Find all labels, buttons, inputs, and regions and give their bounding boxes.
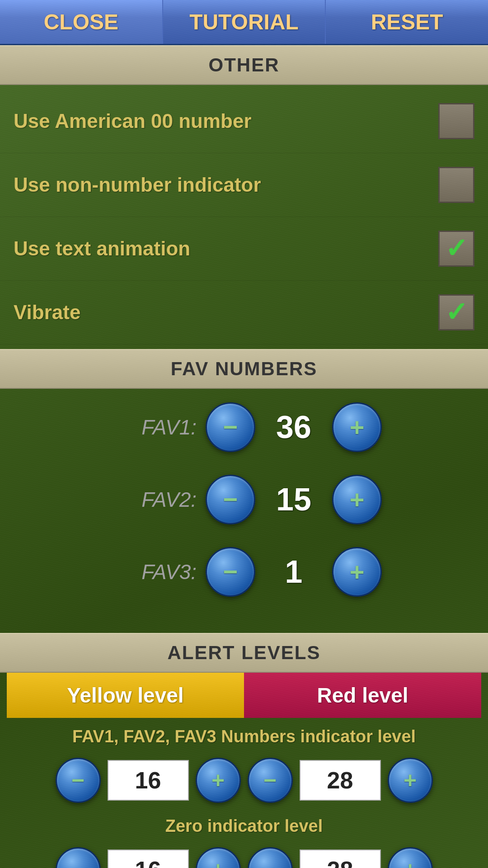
- fav1-plus-button[interactable]: +: [332, 402, 382, 452]
- zero-yellow-minus-icon: −: [71, 859, 84, 868]
- fav1-value: 36: [264, 409, 323, 445]
- fav2-label: FAV2:: [106, 487, 197, 512]
- red-value-input[interactable]: [300, 760, 381, 801]
- red-minus-icon: −: [263, 769, 277, 792]
- fav2-minus-icon: −: [223, 487, 238, 512]
- red-plus-icon: +: [404, 769, 417, 792]
- alert-section: Yellow level Red level FAV1, FAV2, FAV3 …: [0, 673, 488, 868]
- zero-red-plus-button[interactable]: +: [388, 847, 433, 868]
- setting-row-nonnumber: Use non-number indicator: [0, 153, 488, 217]
- checkmark-textanimation: ✓: [445, 235, 468, 262]
- fav1-label: FAV1:: [106, 415, 197, 439]
- yellow-minus-button[interactable]: −: [56, 758, 101, 803]
- checkmark-vibrate: ✓: [445, 299, 468, 326]
- fav3-plus-icon: +: [350, 559, 365, 585]
- setting-label-vibrate: Vibrate: [14, 301, 80, 324]
- zero-alert-controls: − + − +: [7, 847, 481, 868]
- alert-bar: Yellow level Red level: [7, 673, 481, 718]
- reset-button[interactable]: RESET: [326, 0, 488, 44]
- settings-area: Use American 00 number Use non-number in…: [0, 85, 488, 349]
- checkbox-vibrate[interactable]: ✓: [438, 294, 474, 330]
- yellow-plus-icon: +: [211, 769, 225, 792]
- fav3-minus-button[interactable]: −: [206, 547, 255, 597]
- red-level-indicator: Red level: [244, 673, 481, 718]
- zero-red-minus-button[interactable]: −: [248, 847, 293, 868]
- fav2-row: FAV2: − 15 +: [9, 475, 479, 524]
- yellow-minus-icon: −: [71, 769, 84, 792]
- setting-label-nonnumber: Use non-number indicator: [14, 174, 261, 196]
- fav3-minus-icon: −: [223, 559, 238, 585]
- fav-indicator-description: FAV1, FAV2, FAV3 Numbers indicator level: [7, 727, 481, 746]
- fav-section: FAV1: − 36 + FAV2: − 15 + FAV3: − 1 +: [0, 389, 488, 633]
- zero-yellow-plus-icon: +: [211, 859, 225, 868]
- fav3-value: 1: [264, 554, 323, 590]
- fav3-row: FAV3: − 1 +: [9, 547, 479, 597]
- zero-yellow-value-input[interactable]: [108, 849, 189, 868]
- red-minus-button[interactable]: −: [248, 758, 293, 803]
- fav2-minus-button[interactable]: −: [206, 475, 255, 524]
- setting-row-textanimation: Use text animation ✓: [0, 217, 488, 281]
- checkbox-textanimation[interactable]: ✓: [438, 231, 474, 267]
- fav3-label: FAV3:: [106, 560, 197, 584]
- fav2-plus-icon: +: [350, 487, 365, 512]
- fav2-plus-button[interactable]: +: [332, 475, 382, 524]
- setting-label-textanimation: Use text animation: [14, 237, 190, 260]
- setting-row-american00: Use American 00 number: [0, 90, 488, 153]
- yellow-plus-button[interactable]: +: [196, 758, 241, 803]
- close-button[interactable]: CLOSE: [0, 0, 163, 44]
- fav1-minus-button[interactable]: −: [206, 402, 255, 452]
- other-section-header: OTHER: [0, 45, 488, 85]
- fav1-minus-icon: −: [223, 415, 238, 440]
- setting-row-vibrate: Vibrate ✓: [0, 281, 488, 344]
- checkbox-american00[interactable]: [438, 103, 474, 139]
- zero-red-minus-icon: −: [263, 859, 277, 868]
- fav1-plus-icon: +: [350, 415, 365, 440]
- fav-alert-controls: − + − +: [7, 758, 481, 803]
- fav3-plus-button[interactable]: +: [332, 547, 382, 597]
- zero-indicator-label: Zero indicator level: [7, 816, 481, 836]
- zero-yellow-plus-button[interactable]: +: [196, 847, 241, 868]
- zero-yellow-minus-button[interactable]: −: [56, 847, 101, 868]
- fav2-value: 15: [264, 481, 323, 518]
- red-plus-button[interactable]: +: [388, 758, 433, 803]
- zero-red-plus-icon: +: [404, 859, 417, 868]
- fav1-row: FAV1: − 36 +: [9, 402, 479, 452]
- fav-section-header: FAV NUMBERS: [0, 349, 488, 389]
- tutorial-button[interactable]: TUTORIAL: [163, 0, 326, 44]
- toolbar: CLOSE TUTORIAL RESET: [0, 0, 488, 45]
- setting-label-american00: Use American 00 number: [14, 110, 252, 132]
- zero-red-value-input[interactable]: [300, 849, 381, 868]
- yellow-value-input[interactable]: [108, 760, 189, 801]
- checkbox-nonnumber[interactable]: [438, 167, 474, 203]
- yellow-level-indicator: Yellow level: [7, 673, 244, 718]
- alert-section-header: ALERT LEVELS: [0, 633, 488, 673]
